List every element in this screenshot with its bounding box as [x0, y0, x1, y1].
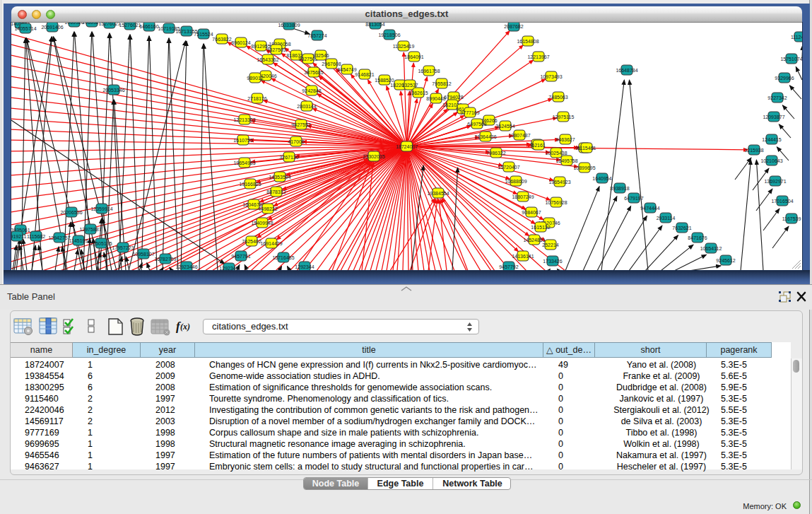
- svg-text:15716485: 15716485: [272, 255, 294, 260]
- svg-text:12942757: 12942757: [48, 235, 70, 240]
- svg-text:7515524: 7515524: [194, 32, 213, 37]
- svg-text:19654985: 19654985: [233, 160, 255, 165]
- svg-text:12975115: 12975115: [553, 115, 575, 119]
- svg-text:10210643: 10210643: [760, 158, 782, 163]
- svg-text:9084067: 9084067: [522, 210, 541, 215]
- svg-text:1610755: 1610755: [233, 138, 252, 143]
- svg-text:13692971: 13692971: [764, 179, 786, 184]
- svg-text:19166825: 19166825: [239, 182, 261, 187]
- svg-text:20053346: 20053346: [102, 88, 124, 93]
- svg-text:1065326: 1065326: [64, 23, 83, 25]
- svg-text:(x): (x): [180, 322, 190, 332]
- svg-text:16782759: 16782759: [154, 257, 176, 262]
- svg-text:10899695: 10899695: [573, 165, 595, 170]
- svg-text:3875685: 3875685: [304, 70, 323, 75]
- svg-text:10025438: 10025438: [545, 151, 567, 156]
- svg-text:17016504: 17016504: [771, 199, 793, 204]
- svg-text:8454749: 8454749: [337, 67, 356, 72]
- svg-text:23302035: 23302035: [363, 154, 384, 159]
- svg-text:417006: 417006: [288, 139, 304, 144]
- svg-text:1864091: 1864091: [404, 54, 423, 59]
- svg-text:2967608: 2967608: [322, 62, 341, 66]
- svg-text:15276021: 15276021: [98, 23, 120, 26]
- svg-text:2933114: 2933114: [657, 216, 676, 221]
- svg-text:20206536: 20206536: [60, 210, 82, 215]
- svg-text:12093877: 12093877: [763, 115, 784, 119]
- svg-text:10973493: 10973493: [540, 74, 562, 79]
- svg-text:10654112: 10654112: [700, 246, 722, 251]
- svg-text:9115461: 9115461: [577, 146, 596, 151]
- svg-text:20691406: 20691406: [41, 25, 63, 30]
- svg-text:2718176: 2718176: [247, 96, 266, 101]
- svg-text:16033809: 16033809: [278, 23, 300, 28]
- svg-text:9777169: 9777169: [460, 110, 479, 115]
- svg-text:1112415: 1112415: [791, 35, 802, 40]
- svg-text:132537: 132537: [401, 83, 418, 88]
- svg-text:10958107: 10958107: [132, 252, 154, 257]
- svg-text:16648784: 16648784: [616, 68, 637, 73]
- svg-text:932546: 932546: [312, 53, 329, 58]
- svg-text:16495758: 16495758: [555, 158, 577, 163]
- svg-text:12923446: 12923446: [175, 264, 197, 269]
- svg-text:1733426: 1733426: [543, 259, 562, 264]
- svg-text:1244415: 1244415: [762, 137, 781, 142]
- svg-text:10807487: 10807487: [508, 133, 530, 138]
- svg-text:252214: 252214: [542, 243, 558, 247]
- svg-text:12359914: 12359914: [90, 206, 112, 211]
- svg-text:8878312: 8878312: [266, 189, 286, 194]
- svg-text:1588520: 1588520: [375, 78, 394, 83]
- svg-text:1362615: 1362615: [408, 90, 428, 95]
- svg-text:9457792: 9457792: [499, 264, 518, 269]
- svg-text:21364436: 21364436: [474, 134, 496, 139]
- svg-text:15720407: 15720407: [498, 165, 519, 170]
- svg-text:14136141: 14136141: [512, 254, 534, 259]
- svg-text:3267130: 3267130: [279, 155, 298, 160]
- svg-text:16154808: 16154808: [517, 39, 539, 44]
- svg-text:2087682: 2087682: [504, 24, 523, 29]
- svg-text:9427552: 9427552: [291, 122, 310, 127]
- svg-text:16914479: 16914479: [260, 241, 282, 246]
- svg-text:1115682: 1115682: [27, 234, 45, 239]
- svg-text:6479197: 6479197: [624, 196, 643, 201]
- svg-text:6497568: 6497568: [467, 122, 486, 127]
- svg-text:1640954: 1640954: [592, 176, 611, 181]
- svg-text:12213967: 12213967: [527, 54, 549, 59]
- svg-text:9463627: 9463627: [555, 137, 575, 142]
- svg-text:8938918: 8938918: [610, 186, 629, 191]
- svg-text:4498222: 4498222: [258, 206, 277, 211]
- svg-text:9245612: 9245612: [716, 258, 735, 263]
- svg-text:8960124: 8960124: [231, 40, 250, 45]
- svg-text:6794028: 6794028: [444, 95, 463, 100]
- svg-text:19384554: 19384554: [427, 191, 449, 196]
- svg-text:1145193: 1145193: [69, 238, 88, 243]
- svg-text:1615132: 1615132: [531, 225, 550, 230]
- svg-text:12975887: 12975887: [79, 227, 101, 232]
- svg-text:17957223: 17957223: [112, 245, 134, 250]
- svg-text:19218506: 19218506: [378, 33, 400, 37]
- svg-text:3919211: 3919211: [11, 234, 26, 239]
- svg-text:15751074: 15751074: [780, 57, 802, 62]
- svg-text:1167539: 1167539: [782, 216, 801, 221]
- svg-text:18724007: 18724007: [396, 144, 418, 149]
- svg-text:7625402: 7625402: [242, 239, 261, 244]
- svg-text:9329966: 9329966: [775, 76, 794, 81]
- svg-text:1292345: 1292345: [219, 266, 238, 270]
- svg-text:3215938: 3215938: [744, 148, 763, 153]
- svg-text:7955812: 7955812: [432, 81, 451, 86]
- svg-text:2803144: 2803144: [297, 104, 316, 109]
- svg-text:7663822: 7663822: [212, 37, 231, 42]
- svg-text:8813054: 8813054: [365, 23, 384, 27]
- svg-text:9457791: 9457791: [231, 254, 250, 259]
- svg-text:3624554: 3624554: [495, 124, 514, 129]
- svg-text:7632621: 7632621: [672, 226, 691, 230]
- svg-text:6466160: 6466160: [139, 24, 158, 29]
- svg-text:16543362: 16543362: [257, 57, 278, 62]
- svg-text:15409948: 15409948: [251, 221, 273, 226]
- svg-text:11325419: 11325419: [393, 44, 415, 49]
- svg-text:8990448: 8990448: [426, 96, 445, 101]
- svg-text:8471676: 8471676: [688, 235, 707, 240]
- svg-text:989012: 989012: [247, 76, 263, 81]
- svg-text:7857274: 7857274: [307, 33, 326, 38]
- svg-text:16961758: 16961758: [418, 69, 440, 74]
- svg-text:14353594: 14353594: [269, 175, 290, 180]
